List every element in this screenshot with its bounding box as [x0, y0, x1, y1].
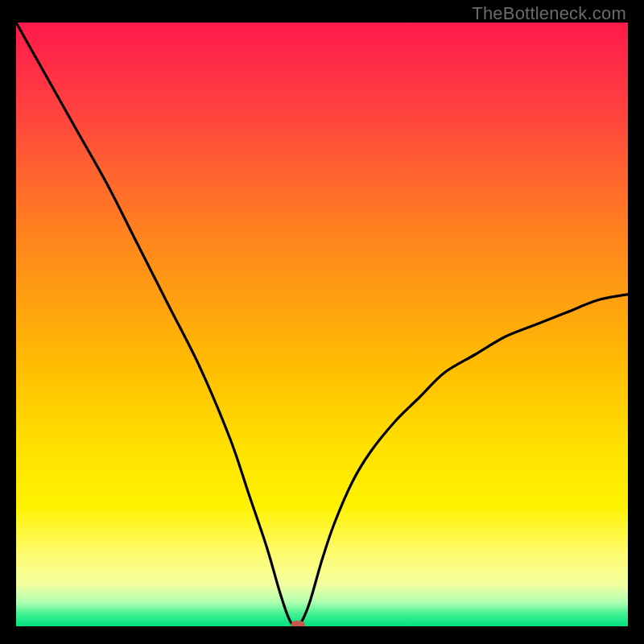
bottleneck-curve	[16, 23, 628, 626]
curve-path	[16, 23, 628, 626]
notch-marker	[291, 621, 305, 626]
chart-plot-area	[16, 23, 628, 626]
watermark-text: TheBottleneck.com	[472, 3, 626, 24]
